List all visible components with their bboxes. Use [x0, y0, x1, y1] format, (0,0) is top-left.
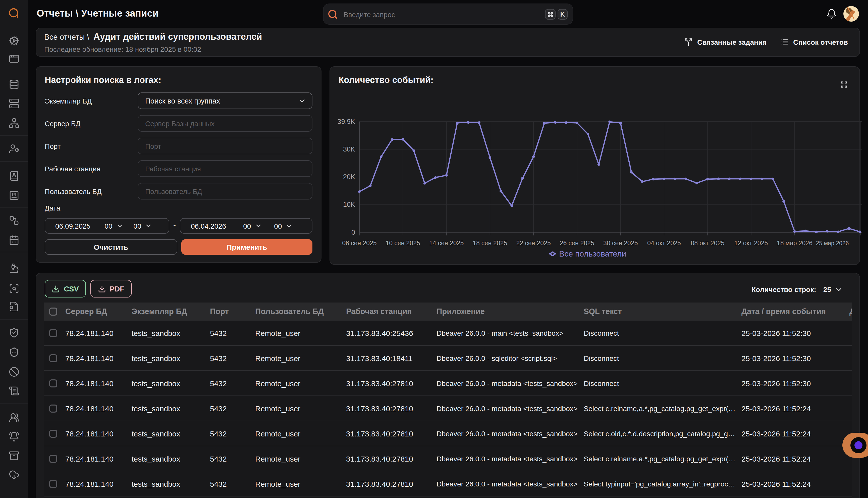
svg-text:26 сен 2025: 26 сен 2025: [560, 239, 595, 247]
svg-text:30K: 30K: [343, 145, 355, 153]
svg-text:10K: 10K: [343, 201, 355, 208]
svg-text:22 сен 2025: 22 сен 2025: [516, 239, 551, 247]
svg-text:18 мар 2026: 18 мар 2026: [777, 239, 813, 247]
svg-text:20K: 20K: [343, 173, 355, 181]
svg-text:0: 0: [351, 228, 355, 236]
svg-text:18 сен 2025: 18 сен 2025: [473, 239, 507, 247]
svg-text:12 окт 2025: 12 окт 2025: [734, 239, 768, 247]
svg-text:14 сен 2025: 14 сен 2025: [429, 239, 464, 247]
svg-text:39.9K: 39.9K: [337, 118, 355, 126]
svg-text:Все пользователи: Все пользователи: [559, 249, 626, 258]
svg-text:10 сен 2025: 10 сен 2025: [386, 239, 420, 247]
svg-text:25 мар 2026: 25 мар 2026: [816, 240, 849, 247]
svg-text:06 сен 2025: 06 сен 2025: [342, 239, 377, 247]
svg-text:30 сен 2025: 30 сен 2025: [603, 239, 638, 247]
svg-text:08 окт 2025: 08 окт 2025: [691, 239, 724, 247]
svg-text:04 окт 2025: 04 окт 2025: [647, 239, 681, 247]
